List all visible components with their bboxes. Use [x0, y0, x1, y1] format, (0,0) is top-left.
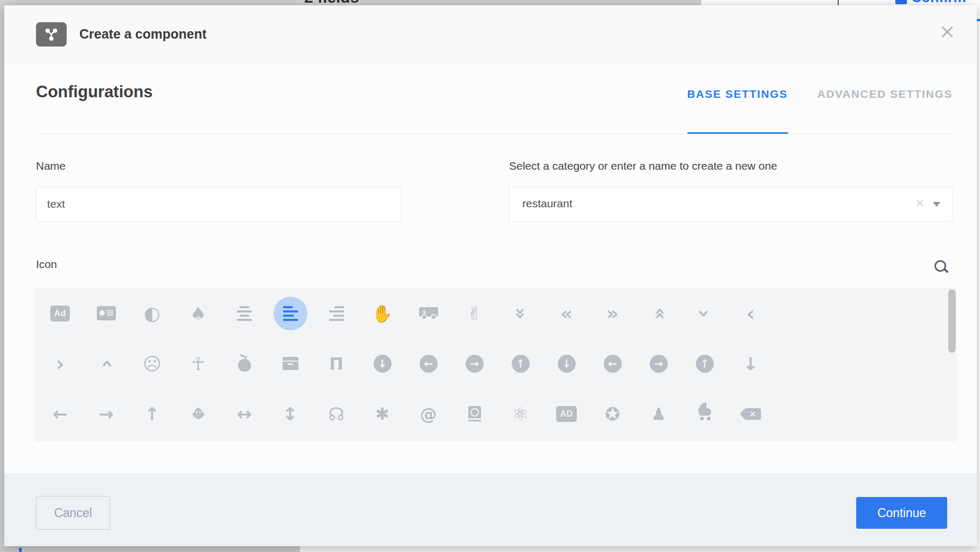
background-confirm-link: Confirm the [911, 0, 980, 5]
name-label: Name [36, 160, 66, 172]
modal-title: Create a component [79, 26, 206, 42]
archive-icon[interactable] [267, 338, 313, 389]
air-freshener-icon[interactable]: ♠ [175, 288, 221, 338]
arrows-alt-v-icon[interactable]: ↕ [267, 389, 313, 439]
ankh-icon[interactable]: ☥ [175, 338, 221, 389]
atom-icon[interactable]: ⚛ [497, 389, 543, 439]
ambulance-icon[interactable] [405, 288, 451, 338]
chevron-down-icon[interactable] [933, 202, 940, 207]
align-center-icon[interactable] [221, 288, 267, 338]
audio-description-icon[interactable]: AD [543, 389, 589, 439]
modal-footer: Cancel Continue [4, 473, 977, 546]
component-icon [36, 22, 67, 47]
at-icon[interactable]: @ [405, 389, 451, 439]
page-title: Configurations [36, 82, 152, 102]
arrow-up-icon[interactable]: ↑ [129, 389, 175, 439]
arrow-circle-down-icon[interactable]: ↓ [543, 338, 589, 389]
background-blue-mark [19, 548, 22, 552]
tab-base-settings[interactable]: BASE SETTINGS [687, 87, 788, 134]
category-select[interactable]: restaurant × [509, 187, 952, 222]
background-blue-icon [895, 0, 907, 4]
ad-icon[interactable]: Ad [37, 288, 83, 338]
award-icon[interactable]: ✪ [589, 389, 636, 439]
baby-carriage-icon[interactable] [682, 389, 728, 439]
icon-grid-scrollbar[interactable] [948, 289, 956, 353]
background-page-right [977, 5, 980, 546]
assistive-listening-systems-icon[interactable]: ☊ [313, 389, 359, 439]
background-fields-text: 2 fields [304, 0, 359, 5]
arrow-alt-circle-right-icon[interactable]: → [451, 338, 497, 389]
continue-button[interactable]: Continue [856, 497, 947, 529]
align-right-icon[interactable] [313, 288, 359, 338]
background-divider [838, 0, 839, 5]
arrow-circle-left-icon[interactable]: ← [589, 338, 636, 389]
clear-icon[interactable]: × [915, 197, 924, 209]
archway-icon[interactable]: Π [313, 338, 359, 389]
arrow-left-icon[interactable]: ← [37, 389, 83, 439]
angle-right-icon[interactable]: › [37, 338, 83, 389]
american-sign-language-interpreting-icon[interactable]: ✌ [451, 288, 497, 338]
arrow-right-icon[interactable]: → [83, 389, 129, 439]
baby-icon[interactable]: ♟ [636, 389, 682, 439]
angle-double-left-icon[interactable]: « [543, 288, 589, 338]
name-input[interactable] [36, 187, 401, 222]
backspace-icon[interactable]: × [728, 389, 774, 439]
angle-up-icon[interactable]: › [83, 338, 129, 389]
arrows-alt-h-icon[interactable]: ↔ [221, 389, 267, 439]
angry-icon[interactable]: ☹ [129, 338, 175, 389]
arrow-alt-circle-left-icon[interactable]: ← [405, 338, 451, 389]
arrow-circle-up-icon[interactable]: ↑ [682, 338, 728, 389]
address-card-icon[interactable] [83, 288, 129, 338]
icon-grid: Ad◐♠✋✌»«»»›‹››☹☥Π↓←→↑↓←→↑↓←→↑↔↕☊✱@⚛AD✪♟× [35, 288, 957, 441]
close-icon[interactable]: × [939, 21, 956, 41]
allergies-icon[interactable]: ✋ [359, 288, 405, 338]
arrow-alt-circle-down-icon[interactable]: ↓ [359, 338, 405, 389]
adjust-icon[interactable]: ◐ [129, 288, 175, 338]
tab-advanced-settings[interactable]: ADVANCED SETTINGS [818, 87, 953, 134]
modal-header: Create a component × [4, 5, 977, 65]
arrow-down-icon[interactable]: ↓ [728, 338, 774, 389]
category-label: Select a category or enter a name to cre… [509, 160, 777, 172]
category-selected-value: restaurant [522, 197, 573, 210]
background-blue-underline [977, 19, 980, 21]
arrow-circle-right-icon[interactable]: → [636, 338, 682, 389]
angle-left-icon[interactable]: ‹ [728, 288, 774, 338]
background-page-bottom [0, 546, 980, 552]
angle-double-up-icon[interactable]: » [636, 288, 682, 338]
cancel-button[interactable]: Cancel [36, 496, 110, 530]
asterisk-icon[interactable]: ✱ [359, 389, 405, 439]
angle-double-down-icon[interactable]: » [497, 288, 543, 338]
create-component-modal: Create a component × Configurations BASE… [4, 5, 977, 546]
background-page-top: 2 fields Confirm the [0, 0, 980, 5]
angle-double-right-icon[interactable]: » [589, 288, 636, 338]
settings-tabs: BASE SETTINGS ADVANCED SETTINGS [687, 87, 953, 134]
atlas-icon[interactable] [451, 389, 497, 439]
arrows-alt-icon[interactable] [175, 389, 221, 439]
apple-alt-icon[interactable] [221, 338, 267, 389]
align-left-icon[interactable] [267, 288, 313, 338]
icon-label: Icon [36, 258, 57, 271]
background-gray-segment [0, 546, 300, 552]
icon-grid-rows: Ad◐♠✋✌»«»»›‹››☹☥Π↓←→↑↓←→↑↓←→↑↔↕☊✱@⚛AD✪♟× [35, 288, 957, 439]
angle-down-icon[interactable]: › [682, 288, 728, 338]
header-divider [36, 134, 954, 134]
arrow-alt-circle-up-icon[interactable]: ↑ [497, 338, 543, 389]
search-icon[interactable] [934, 260, 949, 275]
